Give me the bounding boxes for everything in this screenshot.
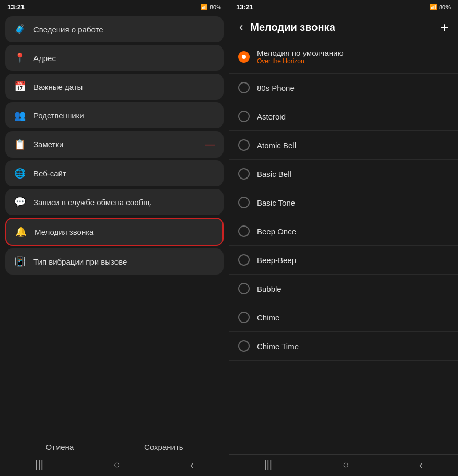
left-nav-bar: ||| ○ ‹ [0, 455, 229, 476]
add-ringtone-button[interactable]: + [441, 19, 449, 35]
radio-chime-time [238, 340, 250, 352]
vibration-label: Тип вибрации при вызове [33, 257, 215, 266]
menu-item-address[interactable]: 📍Адрес [5, 45, 224, 71]
ringtone-name-atomic-bell: Atomic Bell [257, 141, 296, 150]
menu-item-work[interactable]: 🧳Сведения о работе [5, 16, 224, 42]
right-menu-nav-icon[interactable]: ||| [264, 459, 272, 471]
website-label: Веб-сайт [33, 169, 215, 178]
left-time: 13:21 [7, 3, 25, 11]
notes-icon: 📋 [14, 139, 26, 150]
ringtone-name-default: Мелодия по умолчанию [257, 49, 344, 57]
work-label: Сведения о работе [33, 25, 215, 34]
menu-item-notes[interactable]: 📋Заметки— [5, 131, 224, 158]
save-button[interactable]: Сохранить [144, 443, 183, 451]
ringtone-label: Мелодия звонка [34, 228, 214, 236]
back-nav-icon[interactable]: ‹ [190, 459, 194, 471]
ringtone-item-chime[interactable]: Chime [229, 303, 458, 332]
left-status-icons: 📶 80% [201, 4, 221, 10]
ringtone-icon: 🔔 [15, 226, 27, 237]
ringtone-item-80s[interactable]: 80s Phone [229, 74, 458, 102]
radio-bubble [238, 283, 250, 294]
work-icon: 🧳 [14, 23, 26, 35]
address-label: Адрес [33, 54, 215, 63]
ringtone-name-basic-bell: Basic Bell [257, 170, 291, 178]
ringtone-item-atomic-bell[interactable]: Atomic Bell [229, 131, 458, 160]
right-home-nav-icon[interactable]: ○ [343, 459, 349, 471]
ringtone-name-beep-once: Beep Once [257, 227, 296, 236]
right-header: ‹ Мелодии звонка + [229, 13, 458, 40]
radio-atomic-bell [238, 139, 250, 151]
left-status-bar: 13:21 📶 80% [0, 0, 229, 13]
ringtone-item-chime-time[interactable]: Chime Time [229, 332, 458, 361]
messages-icon: 💬 [14, 196, 26, 208]
radio-chime [238, 312, 250, 323]
battery-icon: 80% [210, 4, 221, 10]
ringtone-subtitle-default: Over the Horizon [257, 57, 344, 65]
right-back-nav-icon[interactable]: ‹ [419, 459, 423, 471]
minus-icon: — [205, 138, 215, 150]
back-button[interactable]: ‹ [235, 18, 247, 36]
menu-item-messages[interactable]: 💬Записи в службе обмена сообщ. [5, 189, 224, 215]
ringtone-list: Мелодия по умолчаниюOver the Horizon80s … [229, 40, 458, 454]
messages-label: Записи в службе обмена сообщ. [33, 198, 215, 207]
right-status-icons: 📶 80% [430, 4, 451, 10]
ringtone-item-basic-tone[interactable]: Basic Tone [229, 188, 458, 217]
right-time: 13:21 [236, 3, 253, 11]
menu-item-dates[interactable]: 📅Важные даты [5, 74, 224, 100]
website-icon: 🌐 [14, 168, 26, 179]
ringtone-name-chime: Chime [257, 313, 279, 322]
ringtone-name-80s: 80s Phone [257, 84, 295, 92]
left-menu-list: 🧳Сведения о работе📍Адрес📅Важные даты👥Род… [0, 13, 229, 437]
notes-label: Заметки [33, 140, 197, 149]
ringtone-name-asteroid: Asteroid [257, 112, 286, 121]
radio-80s [238, 82, 250, 93]
ringtone-item-asteroid[interactable]: Asteroid [229, 102, 458, 131]
dates-label: Важные даты [33, 82, 215, 91]
menu-item-website[interactable]: 🌐Веб-сайт [5, 160, 224, 186]
ringtone-item-beep-once[interactable]: Beep Once [229, 217, 458, 246]
radio-asteroid [238, 111, 250, 122]
right-wifi-icon: 📶 [430, 4, 437, 10]
radio-basic-bell [238, 168, 250, 180]
ringtone-name-beep-beep: Beep-Beep [257, 256, 296, 265]
menu-nav-icon[interactable]: ||| [35, 459, 43, 471]
relatives-icon: 👥 [14, 110, 26, 121]
left-panel: 13:21 📶 80% 🧳Сведения о работе📍Адрес📅Важ… [0, 0, 229, 476]
menu-item-relatives[interactable]: 👥Родственники [5, 102, 224, 128]
radio-default [238, 51, 250, 63]
radio-beep-once [238, 225, 250, 237]
ringtone-item-beep-beep[interactable]: Beep-Beep [229, 246, 458, 275]
right-nav-bar: ||| ○ ‹ [229, 454, 458, 476]
right-status-bar: 13:21 📶 80% [229, 0, 458, 13]
ringtone-name-chime-time: Chime Time [257, 342, 299, 351]
ringtone-name-basic-tone: Basic Tone [257, 198, 295, 207]
ringtone-item-bubble[interactable]: Bubble [229, 275, 458, 303]
dates-icon: 📅 [14, 81, 26, 92]
ringtone-item-basic-bell[interactable]: Basic Bell [229, 160, 458, 188]
address-icon: 📍 [14, 52, 26, 64]
right-battery-icon: 80% [439, 4, 451, 10]
radio-beep-beep [238, 254, 250, 266]
wifi-icon: 📶 [201, 4, 208, 10]
vibration-icon: 📳 [14, 256, 26, 267]
radio-basic-tone [238, 197, 250, 208]
page-title: Мелодии звонка [250, 21, 440, 33]
cancel-button[interactable]: Отмена [45, 443, 74, 451]
ringtone-name-bubble: Bubble [257, 284, 281, 293]
menu-item-ringtone[interactable]: 🔔Мелодия звонка [5, 218, 224, 246]
home-nav-icon[interactable]: ○ [113, 459, 120, 471]
bottom-bar: Отмена Сохранить [0, 437, 229, 455]
right-panel: 13:21 📶 80% ‹ Мелодии звонка + Мелодия п… [229, 0, 458, 476]
ringtone-item-default[interactable]: Мелодия по умолчаниюOver the Horizon [229, 40, 458, 74]
relatives-label: Родственники [33, 111, 215, 120]
menu-item-vibration[interactable]: 📳Тип вибрации при вызове [5, 248, 224, 275]
